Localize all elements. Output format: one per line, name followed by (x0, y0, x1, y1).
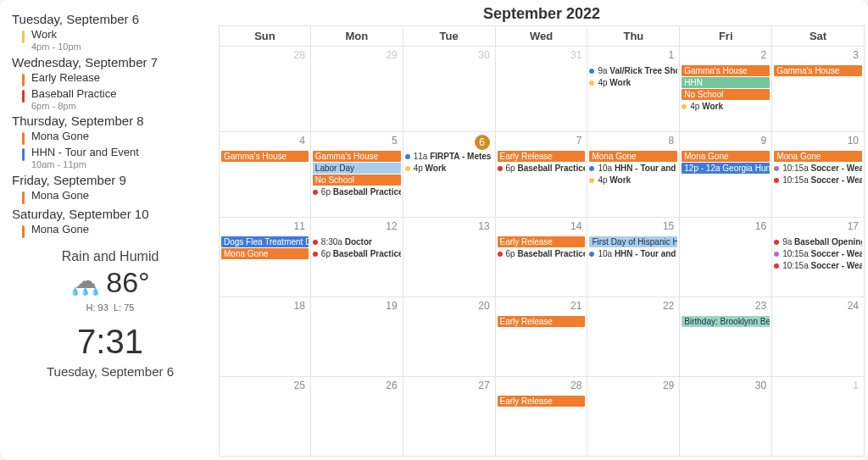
calendar-event-dot[interactable]: 8:30a Doctor (313, 236, 401, 247)
calendar-event-block[interactable]: 12p - 12a Georgia Hunting (Tentative) (682, 163, 770, 174)
calendar-event-dot[interactable]: 6p Baseball Practice (313, 186, 401, 197)
calendar-event-block[interactable]: Early Release (498, 316, 586, 327)
calendar-event-block[interactable]: First Day of Hispanic Heritage (589, 236, 677, 247)
calendar-cell[interactable]: 3Gamma's House (772, 47, 865, 132)
calendar-event-block[interactable]: No School (313, 175, 401, 186)
sidebar-day-header: Thursday, September 8 (12, 114, 209, 128)
calendar-cell[interactable]: 2Gamma's HouseHHNNo School4p Work (680, 47, 772, 132)
event-dot-icon (498, 166, 503, 171)
calendar-cell[interactable]: 23Birthday: Brooklynn Besse (680, 297, 772, 377)
calendar-cell[interactable]: 19a Val/Rick Tree Shopping4p Work (587, 47, 680, 132)
calendar-event-block[interactable]: Dogs Flea Treatment Due (221, 236, 309, 247)
calendar-cell[interactable]: 11Dogs Flea Treatment DueMona Gone (219, 218, 311, 297)
calendar-cell[interactable]: 1 (772, 377, 865, 457)
calendar-cell[interactable]: 29 (311, 47, 403, 132)
calendar-event-dot[interactable]: 4p Work (589, 175, 677, 186)
calendar-cell[interactable]: 22 (587, 297, 680, 377)
dow-cell: Mon (311, 25, 403, 47)
calendar-event-dot[interactable]: 9a Val/Rick Tree Shopping (589, 65, 677, 76)
sidebar-event[interactable]: Mona Gone (12, 223, 209, 239)
calendar-event-dot[interactable]: 10:15a Soccer - Wear Yellow (774, 175, 862, 186)
dow-cell: Tue (403, 25, 496, 47)
calendar-event-block[interactable]: Birthday: Brooklynn Besse (682, 316, 770, 327)
sidebar-event[interactable]: Work4pm - 10pm (12, 28, 209, 53)
calendar-event-dot[interactable]: 4p Work (682, 101, 770, 112)
dow-cell: Sun (219, 25, 311, 47)
day-number: 25 (293, 380, 304, 391)
calendar-cell[interactable]: 26 (311, 377, 403, 457)
calendar-cell[interactable]: 5Gamma's HouseLabor DayNo School6p Baseb… (311, 132, 403, 218)
calendar-event-dot[interactable]: 6p Baseball Practice (313, 248, 401, 259)
calendar-cell[interactable]: 27 (403, 377, 496, 457)
calendar-cell[interactable]: 10Mona Gone10:15a Soccer - Wear Yellow10… (772, 132, 865, 218)
calendar-cell[interactable]: 13 (403, 218, 496, 297)
calendar-cell[interactable]: 31 (496, 47, 588, 132)
calendar-cell[interactable]: 8Mona Gone10a HHN - Tour and Event4p Wor… (587, 132, 680, 218)
calendar-cell[interactable]: 30 (403, 47, 496, 132)
event-title: Mona Gone (31, 224, 89, 236)
sidebar-event[interactable]: HHN - Tour and Event10am - 11pm (12, 146, 209, 171)
calendar-event-block[interactable]: Gamma's House (774, 65, 862, 76)
calendar-event-block[interactable]: No School (682, 89, 770, 100)
calendar-event-dot[interactable]: 9a Baseball Opening Day (774, 236, 862, 247)
event-dot-icon (405, 166, 410, 171)
calendar-cell[interactable]: 28 (219, 47, 311, 132)
calendar-cell[interactable]: 4Gamma's House (219, 132, 311, 218)
calendar-cell[interactable]: 14Early Release6p Baseball Practice (496, 218, 588, 297)
calendar-event-dot[interactable]: 10a HHN - Tour and Event (589, 163, 677, 174)
calendar-cell[interactable]: 7Early Release6p Baseball Practice (496, 132, 588, 218)
day-number: 30 (755, 380, 766, 391)
clock-time: 7:31 (12, 323, 209, 361)
calendar-event-block[interactable]: Gamma's House (221, 151, 309, 162)
calendar-event-block[interactable]: Mona Gone (589, 151, 677, 162)
calendar-event-block[interactable]: HHN (682, 77, 770, 88)
calendar-cell[interactable]: 179a Baseball Opening Day10:15a Soccer -… (772, 218, 865, 297)
calendar-event-block[interactable]: Gamma's House (313, 151, 401, 162)
event-subtitle: 6pm - 8pm (31, 101, 116, 112)
day-number: 29 (663, 380, 674, 391)
calendar-event-dot[interactable]: 10:15a Soccer - Wear Yellow (774, 260, 862, 271)
calendar-event-dot[interactable]: 10:15a Soccer - Wear Yellow (774, 248, 862, 259)
calendar-event-dot[interactable]: 10:15a Soccer - Wear Yellow (774, 163, 862, 174)
calendar-event-dot[interactable]: 11a FIRPTA - Metes and Bounds (405, 151, 493, 162)
calendar-event-dot[interactable]: 6p Baseball Practice (498, 248, 586, 259)
weather-desc: Rain and Humid (12, 249, 209, 264)
calendar-event-block[interactable]: Mona Gone (774, 151, 862, 162)
sidebar-day-header: Wednesday, September 7 (12, 55, 209, 69)
calendar-event-block[interactable]: Early Release (498, 396, 586, 407)
calendar-event-block[interactable]: Gamma's House (682, 65, 770, 76)
calendar-cell[interactable]: 30 (680, 377, 772, 457)
calendar-event-dot[interactable]: 6p Baseball Practice (498, 163, 586, 174)
calendar-event-block[interactable]: Mona Gone (682, 151, 770, 162)
calendar-event-block[interactable]: Labor Day (313, 163, 401, 174)
calendar-cell[interactable]: 21Early Release (496, 297, 588, 377)
calendar-cell[interactable]: 25 (219, 377, 311, 457)
calendar-event-dot[interactable]: 4p Work (405, 163, 493, 174)
dow-cell: Sat (772, 25, 865, 47)
calendar-cell[interactable]: 24 (772, 297, 865, 377)
sidebar-event[interactable]: Early Release (12, 71, 209, 87)
sidebar-event[interactable]: Mona Gone (12, 130, 209, 146)
calendar-cell[interactable]: 16 (680, 218, 772, 297)
sidebar-event[interactable]: Mona Gone (12, 189, 209, 205)
calendar-cell[interactable]: 128:30a Doctor6p Baseball Practice (311, 218, 403, 297)
day-number: 17 (848, 220, 859, 232)
calendar-cell[interactable]: 28Early Release (496, 377, 588, 457)
calendar-event-block[interactable]: Mona Gone (221, 248, 309, 259)
day-number: 8 (669, 135, 675, 147)
calendar-cell[interactable]: 19 (311, 297, 403, 377)
calendar-event-dot[interactable]: 4p Work (589, 77, 677, 88)
calendar-event-block[interactable]: Early Release (498, 151, 586, 162)
calendar-cell[interactable]: 29 (587, 377, 680, 457)
calendar-cell[interactable]: 611a FIRPTA - Metes and Bounds4p Work (403, 132, 496, 218)
sidebar-event[interactable]: Baseball Practice6pm - 8pm (12, 87, 209, 113)
calendar-event-block[interactable]: Early Release (498, 236, 586, 247)
calendar-event-dot[interactable]: 10a HHN - Tour and Event (589, 248, 677, 259)
event-title: Mona Gone (31, 130, 89, 143)
calendar-cell[interactable]: 20 (403, 297, 496, 377)
day-number: 11 (293, 220, 304, 232)
calendar-cell[interactable]: 9Mona Gone12p - 12a Georgia Hunting (Ten… (680, 132, 772, 218)
event-dot-icon (313, 252, 318, 257)
calendar-cell[interactable]: 15First Day of Hispanic Heritage10a HHN … (587, 218, 680, 297)
calendar-cell[interactable]: 18 (219, 297, 311, 377)
